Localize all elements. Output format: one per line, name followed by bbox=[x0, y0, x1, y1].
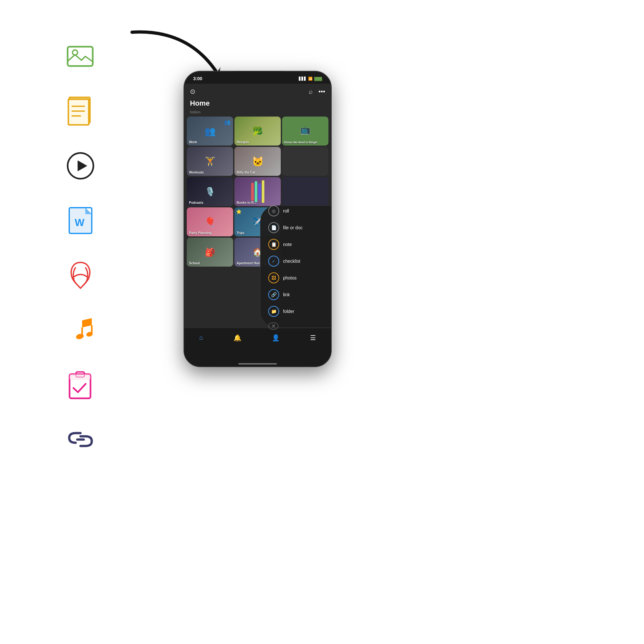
roll-icon: ◎ bbox=[272, 208, 276, 213]
screen: ⊙ ⌕ ••• Home folders 👥 Work bbox=[184, 84, 331, 347]
tab-bar: ⌂ 🔔 👤 ☰ bbox=[184, 328, 331, 347]
photos-menu-icon: 🖼 bbox=[271, 275, 276, 280]
signal-icon: ▋▋▋ bbox=[299, 77, 307, 81]
folder-label-books: Books to R... bbox=[237, 201, 256, 204]
video-icon bbox=[63, 148, 98, 184]
word-icon: W bbox=[63, 203, 98, 238]
menu-item-link[interactable]: 🔗 link bbox=[267, 288, 329, 302]
status-icons: ▋▋▋ 📶 ▓▓▓ bbox=[299, 77, 322, 81]
svg-marker-11 bbox=[78, 160, 87, 171]
folder-label-work: Work bbox=[189, 140, 197, 144]
folder-label-school: School bbox=[189, 261, 200, 265]
circular-menu: ◎ roll 📄 file or doc 📋 note bbox=[260, 205, 331, 328]
tab-notifications[interactable]: 🔔 bbox=[233, 334, 241, 342]
note-label: note bbox=[283, 242, 292, 247]
side-button-power bbox=[331, 139, 332, 178]
folder-item-cat[interactable]: 🐱 Billy the Cat bbox=[234, 147, 281, 176]
folder-item-empty1 bbox=[282, 147, 328, 176]
folder-label-workouts: Workouts bbox=[189, 171, 204, 174]
folder-label-shows: Shows We Need to Binge! bbox=[284, 141, 327, 144]
checklist-icon bbox=[63, 367, 98, 403]
photos-label: photos bbox=[283, 275, 297, 280]
close-icon: ✕ bbox=[271, 323, 276, 329]
svg-point-17 bbox=[75, 333, 84, 340]
note-menu-icon: 📋 bbox=[271, 242, 277, 247]
folder-label-party: Party Planning bbox=[189, 231, 212, 235]
svg-rect-1 bbox=[68, 47, 93, 66]
tab-menu[interactable]: ☰ bbox=[310, 334, 316, 342]
pdf-icon bbox=[63, 258, 98, 293]
checklist-label: checklist bbox=[283, 259, 300, 264]
folder-item-school[interactable]: 🎒 School bbox=[187, 238, 233, 267]
tab-home[interactable]: ⌂ bbox=[199, 334, 203, 341]
folder-label-menu: folder bbox=[283, 309, 294, 314]
folder-item-empty2 bbox=[282, 177, 328, 206]
icons-column: W bbox=[63, 39, 98, 457]
phone-body: 3:00 ▋▋▋ 📶 ▓▓▓ ⊙ ⌕ ••• Home folders bbox=[184, 71, 332, 367]
menu-item-photos[interactable]: 🖼 photos bbox=[267, 271, 329, 285]
link-label: link bbox=[283, 292, 290, 297]
svg-rect-21 bbox=[70, 374, 90, 380]
phone-wrapper: 3:00 ▋▋▋ 📶 ▓▓▓ ⊙ ⌕ ••• Home folders bbox=[184, 71, 332, 367]
folder-item-workouts[interactable]: 🏋️ Workouts bbox=[187, 147, 233, 176]
notch bbox=[233, 71, 282, 81]
folder-item-work[interactable]: 👥 Work bbox=[187, 117, 233, 146]
folder-label-recipes: Recipes bbox=[237, 140, 249, 144]
folder-menu-icon: 📁 bbox=[271, 309, 277, 314]
checklist-menu-icon: ✓ bbox=[272, 259, 276, 264]
menu-item-folder[interactable]: 📁 folder bbox=[267, 304, 329, 318]
link-icon bbox=[63, 422, 98, 457]
folder-item-party[interactable]: 🎈 Party Planning bbox=[187, 207, 233, 236]
note-icon bbox=[63, 93, 98, 129]
folder-item-recipes[interactable]: 🥦 Recipes bbox=[234, 117, 281, 146]
folder-item-books[interactable]: Books to R... bbox=[234, 177, 281, 206]
search-icon[interactable]: ⌕ bbox=[309, 88, 313, 95]
folder-item-podcasts[interactable]: 🎙️ Podcasts bbox=[187, 177, 233, 206]
music-icon bbox=[63, 312, 98, 348]
camera-icon[interactable]: ⊙ bbox=[190, 88, 195, 95]
more-icon[interactable]: ••• bbox=[318, 88, 325, 95]
file-label: file or doc bbox=[283, 225, 303, 230]
wifi-icon: 📶 bbox=[308, 77, 313, 81]
photo-icon bbox=[63, 39, 98, 74]
file-icon: 📄 bbox=[271, 225, 277, 230]
menu-item-note[interactable]: 📋 note bbox=[267, 237, 329, 251]
folder-label-cat: Billy the Cat bbox=[237, 171, 255, 174]
folder-label-podcasts: Podcasts bbox=[189, 201, 203, 204]
menu-item-file[interactable]: 📄 file or doc bbox=[267, 221, 329, 235]
roll-label: roll bbox=[283, 208, 289, 213]
section-label: folders bbox=[184, 109, 331, 117]
tab-profile[interactable]: 👤 bbox=[272, 334, 280, 342]
home-indicator bbox=[238, 363, 277, 365]
page-title: Home bbox=[184, 98, 331, 109]
link-menu-icon: 🔗 bbox=[271, 292, 277, 297]
status-time: 3:00 bbox=[193, 76, 202, 81]
top-bar: ⊙ ⌕ ••• bbox=[184, 84, 331, 98]
menu-item-roll[interactable]: ◎ roll bbox=[267, 204, 329, 218]
menu-item-checklist[interactable]: ✓ checklist bbox=[267, 254, 329, 268]
folder-label-trips: Trips bbox=[237, 231, 244, 235]
folder-item-shows[interactable]: 📺 Shows We Need to Binge! bbox=[282, 117, 328, 146]
svg-text:W: W bbox=[75, 217, 85, 228]
svg-rect-5 bbox=[68, 99, 89, 125]
battery-icon: ▓▓▓ bbox=[314, 77, 322, 81]
close-menu-button[interactable]: ✕ bbox=[268, 322, 279, 330]
